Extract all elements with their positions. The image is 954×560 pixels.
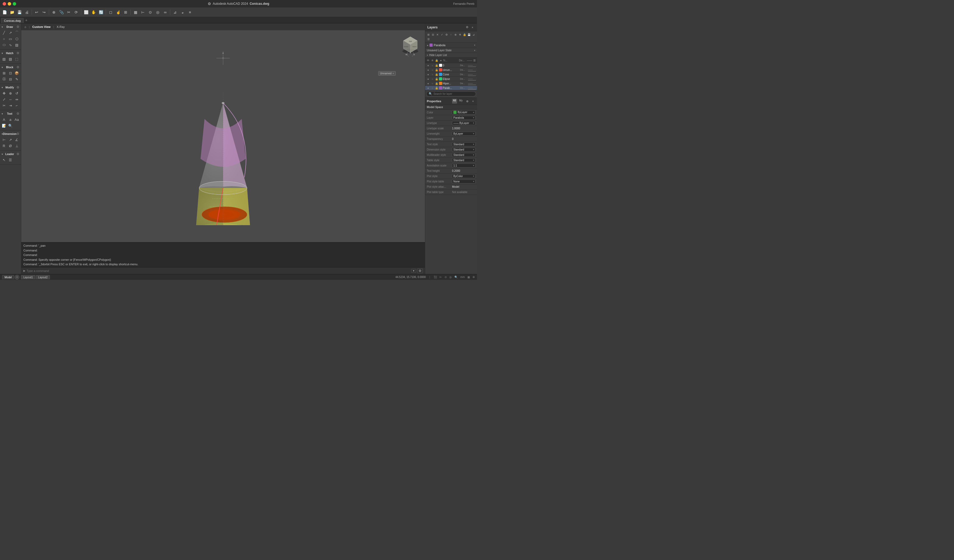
minimize-button[interactable] [8,2,11,6]
delete-layer-button[interactable]: ✕ [435,33,440,37]
zoom-status-button[interactable]: 🔍 [454,275,458,278]
layer-elipse-visibility[interactable]: ● [426,78,430,81]
polar-status-button[interactable]: ⊙ [444,275,447,278]
new-tab-button[interactable]: + [23,17,29,23]
layer-state-button[interactable]: 💾 [467,33,471,37]
move-tool[interactable]: ✥ [1,90,7,96]
linear-dim-tool[interactable]: ⊢ [1,137,7,143]
attdef-tool[interactable]: Ⓐ [1,76,7,82]
wblock-tool[interactable]: 📦 [14,70,20,76]
iso-button[interactable]: ⊿ [171,9,178,16]
polyline-tool[interactable]: ↗ [8,30,13,36]
layout2-tab[interactable]: Layout2 [36,275,50,279]
viewport-custom-view[interactable]: Custom View [31,25,52,29]
rectangle-tool[interactable]: ▭ [8,36,13,42]
insert-tool[interactable]: ⊞ [1,70,7,76]
navcube-button[interactable]: ◻ [107,9,114,16]
properties-filter-button[interactable]: ⊕ [465,99,469,104]
layer-circun-freeze[interactable]: ○ [430,68,434,72]
units-status-button[interactable]: mm [460,275,465,278]
find-tool[interactable]: 🔍 [8,123,13,129]
prop-value-textheight[interactable]: 0.2000 [452,170,475,172]
model-tab[interactable]: Model [2,275,14,279]
gradient-tool[interactable]: ▧ [8,56,13,62]
layer-parab-freeze[interactable]: ○ [430,87,434,89]
layer-cone-visibility[interactable]: ● [426,73,430,76]
layer-hiper-color[interactable] [439,82,442,85]
grid-status-button[interactable]: ⬛ [434,275,437,278]
attdisp-tool[interactable]: ⊟ [8,76,13,82]
canvas-area[interactable] [21,30,425,261]
mtext-tool[interactable]: A [1,117,7,123]
command-settings-button[interactable]: ⚙ [417,268,423,273]
plot-button[interactable]: ⊕ [50,9,58,16]
col-desc[interactable]: De... [459,59,466,62]
command-options-button[interactable]: ▼ [411,269,416,273]
layer-parab-lock[interactable]: 🔓 [435,87,438,89]
layer-settings-button[interactable]: ☰ [426,37,430,41]
modify-section-header[interactable]: ▾ Modify ⚙ [0,85,21,90]
move-to-layer-button[interactable]: ↑ [449,33,453,37]
leader-style-tool[interactable]: ☰ [8,157,13,163]
fillet-tool[interactable]: ⌐ [14,103,20,108]
layer-cone-lock[interactable]: 🔓 [435,73,438,76]
spline-tool[interactable]: ∿ [8,42,13,48]
grid-button[interactable]: ▦ [132,9,139,16]
viewport-home[interactable]: ⌂ [23,25,28,29]
navcube-widget[interactable]: TOP RIGHT FRONT S N W E [398,33,422,56]
zoom-window-button[interactable]: ⬜ [83,9,89,16]
layer-search-input[interactable] [433,92,474,95]
snap-button[interactable]: ⊞ [122,9,129,16]
polar-button[interactable]: ⊙ [147,9,154,16]
layers-settings-button[interactable]: ⚙ [465,25,469,30]
mirror-tool[interactable]: ⇔ [14,96,20,102]
line-tool[interactable]: ╱ [1,30,7,36]
copy-tool[interactable]: ⊕ [8,90,13,96]
layer-elipse-color[interactable] [439,77,442,81]
lock-layer-button[interactable]: 🔒 [462,33,467,37]
open-button[interactable]: 📁 [8,9,16,16]
dyn-button[interactable]: ⧡ [179,9,186,16]
prop-value-textstyle[interactable]: Standard ▾ [452,142,475,146]
ortho-button[interactable]: ⊢ [139,9,147,16]
layer-0-color[interactable] [439,64,442,67]
clip-button[interactable]: ✂ [65,9,72,16]
col-name[interactable]: N... [443,59,458,62]
copy-to-layer-button[interactable]: ⊕ [454,33,458,37]
prop-value-linetype[interactable]: —— ByLayer ▾ [452,121,475,125]
text-section-header[interactable]: ▾ Text ⚙ [0,111,21,116]
hatch-section-header[interactable]: ▾ Hatch ⚙ [0,51,21,56]
arc-tool[interactable]: ⌒ [14,30,20,36]
new-layer-button[interactable]: ⊞ [426,33,430,37]
set-current-layer-button[interactable]: ✓ [440,33,444,37]
prop-value-transparency[interactable]: 0 [452,138,475,140]
hide-layer-list-row[interactable]: ▾ Hide Layer List [425,53,477,58]
freeze-layer-button[interactable]: ❄ [458,33,462,37]
properties-tab-my[interactable]: My [458,99,464,104]
osnap-button[interactable]: ◎ [154,9,161,16]
leader-section-header[interactable]: ▾ Leader ⚙ [0,152,21,156]
layer-hiper-visibility[interactable]: ● [426,82,430,85]
layer-hiper-freeze[interactable]: ○ [430,82,434,85]
layer-parab-color[interactable] [439,86,442,89]
spell-tool[interactable]: 📝 [1,123,7,129]
orbit-button[interactable]: 🔄 [97,9,104,16]
extend-tool[interactable]: ⇥ [8,103,13,108]
layer-circun-lock[interactable]: 🔓 [435,68,438,72]
layer-item-cone[interactable]: ● ○ 🔓 Cone De... —— [425,72,477,77]
regen-button[interactable]: ⟳ [73,9,80,16]
command-input[interactable] [26,269,410,272]
prop-value-ltscale[interactable]: 1.0000 [452,127,475,130]
pan-button[interactable]: ✋ [90,9,97,16]
circle-tool[interactable]: ○ [1,36,7,42]
ordinate-dim-tool[interactable]: ⊥ [14,143,20,149]
layer-circun-color[interactable] [439,68,442,72]
prop-value-plotstyle[interactable]: ByColor ▾ [452,174,475,178]
add-layout-button[interactable]: + [15,275,19,280]
attedit-tool[interactable]: ✎ [14,76,20,82]
undo-button[interactable]: ↩ [33,9,40,16]
polygon-tool[interactable]: ⬡ [14,36,20,42]
aligned-dim-tool[interactable]: ↗ [8,137,13,143]
prop-value-layer[interactable]: Parabola ▾ [452,116,475,120]
trim-tool[interactable]: ✂ [1,103,7,108]
